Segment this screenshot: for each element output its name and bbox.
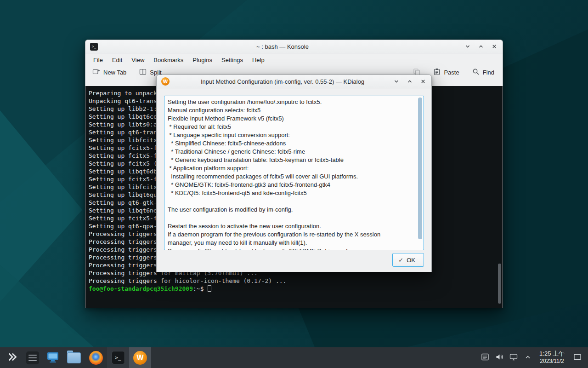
discover-button[interactable] <box>43 347 63 368</box>
menu-item[interactable]: Edit <box>108 55 126 65</box>
prompt-suffix: :~$ <box>193 285 204 292</box>
search-icon <box>472 68 480 77</box>
show-desktop-icon <box>573 352 582 363</box>
im-config-message[interactable]: Setting the user configuration /home/foo… <box>164 96 424 250</box>
message-line <box>168 197 413 206</box>
im-config-app-icon: W <box>161 77 170 86</box>
kdialog-titlebar[interactable]: W Input Method Configuration (im-config,… <box>157 75 431 88</box>
minimize-icon[interactable] <box>464 42 471 51</box>
message-line: * Language specific input conversion sup… <box>168 131 413 139</box>
minimize-icon[interactable] <box>393 77 400 86</box>
notifications-icon <box>481 352 490 363</box>
message-line: * KDE/Qt5: fcitx5-frontend-qt5 and kde-c… <box>168 189 413 197</box>
paste-button[interactable]: Paste <box>433 68 459 77</box>
kdialog-window: W Input Method Configuration (im-config,… <box>156 75 432 272</box>
message-line: manager, you may need to kill it manuall… <box>168 239 413 247</box>
taskbar-im-config-button[interactable]: W <box>129 347 151 368</box>
konsole-app-icon: >_ <box>90 43 98 51</box>
menu-item[interactable]: Help <box>248 55 269 65</box>
new-tab-icon <box>92 68 100 77</box>
message-line: * Simplified Chinese: fcitx5-chinese-add… <box>168 139 413 148</box>
check-icon: ✓ <box>398 257 403 264</box>
konsole-menubar: FileEditViewBookmarksPluginsSettingsHelp <box>85 53 503 66</box>
terminal-scrollbar[interactable] <box>497 86 503 308</box>
menu-item[interactable]: Plugins <box>188 55 216 65</box>
maximize-icon[interactable] <box>406 77 413 86</box>
message-line: Setting the user configuration /home/foo… <box>168 98 413 106</box>
chevron-up-icon <box>524 353 532 363</box>
sliders-icon <box>26 351 39 364</box>
volume-icon <box>495 352 504 363</box>
message-line: * GNOME/GTK: fcitx5-frontend-gtk3 and fc… <box>168 181 413 189</box>
terminal-scrollbar-thumb[interactable] <box>498 264 501 304</box>
taskbar: >_ W 1:25 上午 2023/11/2 <box>0 347 588 368</box>
display-icon <box>509 352 518 363</box>
monitor-blue-icon <box>46 351 59 365</box>
kdialog-body: Setting the user configuration /home/foo… <box>157 89 431 272</box>
volume-tray-button[interactable] <box>492 347 506 368</box>
notifications-tray-button[interactable] <box>478 347 492 368</box>
konsole-window-title: ~ : bash — Konsole <box>104 43 461 50</box>
terminal-prompt: foo@foo-standardpcq35ich92009:~$ <box>89 285 496 293</box>
konsole-titlebar[interactable]: >_ ~ : bash — Konsole <box>85 40 503 53</box>
clock-date: 2023/11/2 <box>539 358 565 365</box>
konsole-icon: >_ <box>112 351 125 364</box>
im-config-icon: W <box>133 351 147 365</box>
menu-item[interactable]: File <box>89 55 107 65</box>
app-launcher-icon <box>6 351 18 365</box>
paste-icon <box>433 68 441 77</box>
message-line: Manual configuration selects: fcitx5 <box>168 106 413 115</box>
clock[interactable]: 1:25 上午 2023/11/2 <box>535 350 569 365</box>
firefox-icon <box>89 351 103 365</box>
terminal-cursor <box>208 285 211 292</box>
display-tray-button[interactable] <box>506 347 520 368</box>
ok-label: OK <box>407 257 415 264</box>
message-line: * Generic keyboard translation table: fc… <box>168 156 413 164</box>
menu-item[interactable]: Settings <box>217 55 247 65</box>
dialog-scrollbar[interactable] <box>418 98 422 248</box>
message-line: Installing recommended packages of fcitx… <box>168 172 413 181</box>
find-button[interactable]: Find <box>472 68 494 77</box>
message-line: * Required for all: fcitx5 <box>168 123 413 131</box>
message-line: If a daemon program for the previous con… <box>168 230 413 239</box>
taskbar-konsole-button[interactable]: >_ <box>107 347 129 368</box>
clock-time: 1:25 上午 <box>539 350 565 358</box>
find-label: Find <box>483 69 494 76</box>
app-launcher-button[interactable] <box>2 347 23 368</box>
firefox-button[interactable] <box>85 347 107 368</box>
close-icon[interactable] <box>419 77 427 86</box>
message-line <box>168 214 413 222</box>
menu-item[interactable]: View <box>127 55 148 65</box>
message-line: See im-config(8) and /usr/share/doc/im-c… <box>168 247 413 250</box>
expand-tray-button[interactable] <box>520 347 535 368</box>
file-manager-button[interactable] <box>63 347 85 368</box>
show-desktop-button[interactable] <box>569 347 586 368</box>
folder-icon <box>67 352 81 363</box>
message-line: Flexible Input Method Framework v5 (fcit… <box>168 115 413 123</box>
message-line: Restart the session to activate the new … <box>168 222 413 230</box>
new-tab-button[interactable]: New Tab <box>92 68 126 77</box>
paste-label: Paste <box>444 69 459 76</box>
ok-button[interactable]: ✓ OK <box>392 253 424 267</box>
terminal-line: Processing triggers for hicolor-icon-the… <box>89 277 496 285</box>
close-icon[interactable] <box>491 42 498 51</box>
menu-item[interactable]: Bookmarks <box>149 55 187 65</box>
maximize-icon[interactable] <box>477 42 485 51</box>
task-manager-settings-button[interactable] <box>23 347 43 368</box>
kdialog-window-title: Input Method Configuration (im-config, v… <box>175 78 390 85</box>
message-line: * Traditional Chinese / generic Chinese:… <box>168 148 413 156</box>
message-line: * Application platform support: <box>168 164 413 172</box>
message-line: The user configuration is modified by im… <box>168 206 413 214</box>
split-view-icon <box>139 68 147 77</box>
prompt-user-host: foo@foo-standardpcq35ich92009 <box>89 285 193 292</box>
new-tab-label: New Tab <box>103 69 126 76</box>
dialog-scrollbar-thumb[interactable] <box>418 98 422 239</box>
